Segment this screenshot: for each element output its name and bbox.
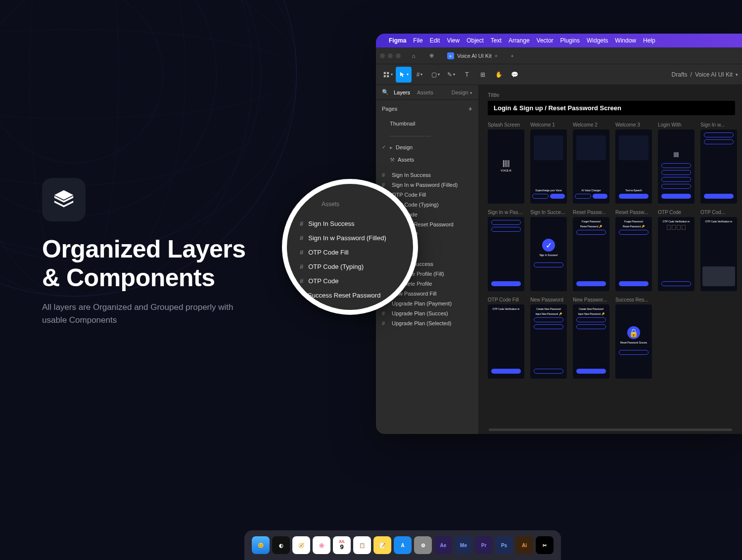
dock-appstore[interactable]: A [394, 536, 412, 554]
layer-item[interactable]: #Sign In w Password (Filled) [376, 180, 478, 190]
page-divider[interactable]: ------------------ [376, 129, 478, 141]
macos-dock: 😊 ◐ 🧭 🌸 JUL9 📋 📝 A ⚙ Ae Me Pr Ps Ai ✂ [244, 530, 561, 560]
sidebar-tabs: 🔍 Layers Assets Design ▾ [376, 85, 478, 100]
tab-layers[interactable]: Layers [394, 89, 410, 95]
page-design[interactable]: ▸Design [376, 141, 478, 154]
dock-illustrator[interactable]: Ai [515, 536, 533, 554]
layer-item[interactable]: #Sign In Success [376, 170, 478, 180]
svg-rect-0 [384, 72, 386, 74]
mag-layer-item[interactable]: #OTP Code [298, 274, 407, 288]
home-button[interactable]: ⌂ [407, 53, 420, 59]
dock-aftereffects[interactable]: Ae [434, 536, 452, 554]
tab-design[interactable]: Design ▾ [452, 89, 472, 95]
artboard[interactable]: Welcome 3 Text-to-Speech [615, 122, 652, 204]
dock-mediaencoder[interactable]: Me [455, 536, 472, 554]
frame-tool[interactable]: #▾ [412, 67, 427, 83]
file-tab-icon: ▸ [447, 52, 454, 59]
layers-icon [52, 188, 75, 211]
dock-siri[interactable]: ◐ [272, 536, 290, 554]
menu-widgets[interactable]: Widgets [587, 37, 608, 44]
dock-photoshop[interactable]: Ps [495, 536, 513, 554]
pages-label: Pages [382, 106, 397, 112]
menu-vector[interactable]: Vector [537, 37, 554, 44]
section-tag: Tittle [488, 92, 742, 98]
figma-toolbar: ▾ ▾ #▾ ▢▾ ✎▾ T ⊞ ✋ 💬 Drafts / Voice AI U… [376, 64, 742, 85]
artboard[interactable]: Sign In Succe... ✓ Sign In Success! [530, 210, 567, 291]
dock-safari[interactable]: 🧭 [292, 536, 310, 554]
artboard[interactable]: New Password Create New PasswordInput Ne… [530, 297, 567, 379]
mag-layer-item[interactable]: Success Reset Password [298, 288, 407, 302]
app-name-menu[interactable]: Figma [389, 37, 406, 44]
dock-calendar[interactable]: JUL9 [333, 536, 351, 554]
artboard[interactable]: Welcome 1 Supercharge your Voice [530, 122, 567, 204]
menu-window[interactable]: Window [615, 37, 636, 44]
menu-view[interactable]: View [447, 37, 460, 44]
artboard[interactable]: Reset Passw... Forget PasswordReset Pass… [573, 210, 609, 291]
text-tool[interactable]: T [459, 67, 475, 83]
comment-tool[interactable]: 💬 [507, 67, 522, 83]
dock-premiere[interactable]: Pr [475, 536, 493, 554]
menu-object[interactable]: Object [466, 37, 484, 44]
menu-arrange[interactable]: Arrange [509, 37, 530, 44]
menu-plugins[interactable]: Plugins [560, 37, 580, 44]
horizontal-scrollbar[interactable] [489, 429, 732, 431]
dock-capcut[interactable]: ✂ [536, 536, 554, 554]
artboard[interactable]: New Passwor... Create New PasswordInput … [573, 297, 609, 379]
menu-edit[interactable]: Edit [430, 37, 440, 44]
resources-tool[interactable]: ⊞ [475, 67, 491, 83]
mag-layer-item[interactable]: #Sign In Success [298, 216, 407, 231]
search-icon[interactable]: 🔍 [382, 89, 389, 95]
menu-text[interactable]: Text [491, 37, 502, 44]
dock-reminders[interactable]: 📋 [353, 536, 371, 554]
artboard[interactable]: Sign In w... [700, 122, 737, 204]
menu-file[interactable]: File [413, 37, 422, 44]
promo-block: Organized Layers & Components All layers… [42, 178, 260, 326]
section-title: Login & Sign up / Reset Password Screen [488, 101, 735, 115]
chevron-down-icon[interactable]: ▾ [736, 72, 738, 77]
mag-layer-item[interactable]: #Sign In w Password (Filled) [298, 231, 407, 245]
move-tool[interactable]: ▾ [396, 67, 412, 83]
figma-window: Figma File Edit View Object Text Arrange… [376, 34, 742, 434]
page-thumbnail[interactable]: Thumbnail [376, 118, 478, 129]
promo-heading: Organized Layers & Components [42, 235, 260, 292]
page-assets[interactable]: ⚒Assets [376, 154, 478, 166]
dock-settings[interactable]: ⚙ [414, 536, 432, 554]
shape-tool[interactable]: ▢▾ [427, 67, 443, 83]
layer-item[interactable]: #Upgrade Plan (Succes) [376, 308, 478, 318]
svg-rect-3 [387, 75, 389, 77]
artboard[interactable]: Reset Passw... Forget PasswordReset Pass… [615, 210, 652, 291]
mag-layer-item[interactable]: #OTP Code Fill [298, 245, 407, 259]
window-controls[interactable] [380, 53, 401, 58]
layer-item[interactable]: #Upgrade Plan (Selected) [376, 318, 478, 328]
close-tab-icon[interactable]: × [495, 53, 498, 59]
layers-badge [42, 178, 86, 221]
breadcrumb-file[interactable]: Voice AI UI Kit [695, 71, 733, 78]
artboard[interactable]: Welcome 2 AI Voice Changer [573, 122, 609, 204]
artboard[interactable]: Login With |||| [658, 122, 695, 204]
file-tab[interactable]: ▸ Voice AI UI Kit × [442, 51, 503, 60]
hand-tool[interactable]: ✋ [491, 67, 507, 83]
macos-menubar: Figma File Edit View Object Text Arrange… [376, 34, 742, 47]
main-menu-button[interactable]: ▾ [380, 67, 396, 83]
dock-finder[interactable]: 😊 [252, 536, 270, 554]
artboard[interactable]: Splash Screen |||| VOICE AI [488, 122, 524, 204]
breadcrumb-drafts[interactable]: Drafts [672, 71, 688, 78]
figma-canvas[interactable]: Tittle Login & Sign up / Reset Password … [479, 85, 742, 434]
magnifier-tab-assets: Assets [298, 201, 407, 208]
artboard[interactable]: Success Res... 🔒 Reset Password Succes [615, 297, 652, 379]
dock-photos[interactable]: 🌸 [313, 536, 330, 554]
dock-notes[interactable]: 📝 [373, 536, 391, 554]
artboard[interactable]: OTP Cod... OTP Code Verification ✉ [700, 210, 737, 291]
artboard[interactable]: OTP Code Fill OTP Code Verification ✉ [488, 297, 524, 379]
new-tab-button[interactable]: + [507, 53, 517, 59]
artboard-grid: Splash Screen |||| VOICE AI Welcome 1 Su… [488, 122, 742, 379]
add-page-button[interactable]: + [468, 105, 472, 113]
menu-help[interactable]: Help [643, 37, 655, 44]
artboard[interactable]: Sign In w Pass... [488, 210, 524, 291]
mag-layer-item[interactable]: #OTP Code (Typing) [298, 259, 407, 274]
pen-tool[interactable]: ✎▾ [443, 67, 459, 83]
tab-assets[interactable]: Assets [417, 89, 433, 95]
community-button[interactable]: ⊕ [424, 52, 438, 59]
file-tab-title: Voice AI UI Kit [457, 53, 492, 59]
artboard[interactable]: OTP Code OTP Code Verification ✉ [658, 210, 695, 291]
